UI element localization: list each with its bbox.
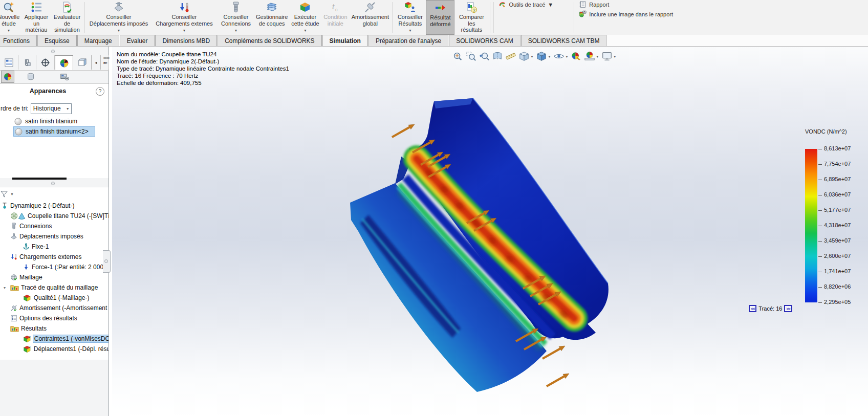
- panel-tab-property-manager[interactable]: [18, 55, 37, 70]
- run-study-button[interactable]: Exécutercette étude▼: [289, 0, 321, 35]
- connections-icon: [10, 222, 17, 230]
- panel-splitter-handle[interactable]: [103, 250, 111, 273]
- shell-manager-button[interactable]: Gestionnairede coques: [254, 0, 289, 35]
- external-loads-advisor-button[interactable]: ConseillerChargements externes▼: [151, 0, 218, 35]
- initial-condition-button[interactable]: t0Conditioninitiale: [321, 0, 350, 35]
- include-image-report-button[interactable]: Inclure une image dans le rapport: [579, 10, 673, 18]
- zoom-fit-button[interactable]: [452, 51, 463, 62]
- measure-button[interactable]: [505, 51, 516, 62]
- tab-marquage[interactable]: Marquage: [77, 35, 119, 46]
- plot-info-line: Nom de l'étude: Dynamique 2(-Défaut-): [117, 58, 289, 65]
- plot-info-line: Tracé: 16 Fréquence : 70 Hertz: [117, 72, 289, 79]
- panel-tabs-scroll-left[interactable]: ◂: [92, 55, 100, 70]
- fixtures-advisor-button[interactable]: ConseillerDéplacements imposés▼: [86, 0, 151, 35]
- button-label: Déplacements imposés: [90, 20, 148, 27]
- part-icon: [10, 212, 26, 220]
- view-orientation-button[interactable]: ▼: [518, 51, 534, 62]
- tab-esquisse[interactable]: Esquisse: [37, 35, 77, 46]
- splitter-dot[interactable]: [51, 50, 55, 53]
- tree-item[interactable]: σContraintes1 (-vonMisesDC-): [0, 334, 108, 344]
- force-icon: [23, 263, 30, 271]
- edit-appearance-button[interactable]: [571, 51, 582, 62]
- graphics-viewport[interactable]: Nom du modèle: Coupelle titane TU24Nom d…: [112, 47, 868, 416]
- apply-scene-button[interactable]: ▼: [584, 51, 599, 62]
- splitter-dot[interactable]: [51, 182, 55, 185]
- deformed-result-icon: [433, 2, 447, 14]
- view-appearances-button[interactable]: [1, 71, 14, 83]
- tab-solidworks-cam-tbm[interactable]: SOLIDWORKS CAM TBM: [521, 35, 607, 46]
- chevron-down-icon: ▼: [565, 55, 569, 58]
- tab-dimensions-mbd[interactable]: Dimensions MBD: [155, 35, 217, 46]
- tree-item[interactable]: ▾Tracé de qualité du maillage: [0, 282, 108, 293]
- tab-compl-ments-de-solidworks[interactable]: Compléments de SOLIDWORKS: [218, 35, 321, 46]
- view-scene-lights-button[interactable]: [58, 71, 71, 82]
- panel-collapse-handle[interactable]: ══▸: [103, 56, 110, 71]
- tab-fonctions[interactable]: Fonctions: [0, 35, 37, 46]
- tree-item[interactable]: Options des résultats: [0, 313, 108, 323]
- zoom-area-button[interactable]: [465, 51, 476, 62]
- view-previous-button[interactable]: [479, 51, 490, 62]
- chevron-down-icon: ▼: [530, 55, 534, 58]
- include-image-label: Inclure une image dans le rapport: [589, 11, 673, 17]
- report-button[interactable]: Rapport: [579, 1, 609, 8]
- panel-tab-model-tab[interactable]: [73, 55, 92, 70]
- appearance-item[interactable]: satin finish titanium: [13, 116, 95, 126]
- button-label: Conseiller: [224, 14, 249, 20]
- plot-next-button[interactable]: >>: [784, 305, 792, 312]
- tree-item[interactable]: Coupelle titane TU24 (-[SW]Ti: [0, 211, 108, 221]
- plot-info-line: Type de tracé: Dynamique linéaire Contra…: [117, 65, 289, 72]
- plot-tools-button[interactable]: Outils de tracé ▼: [498, 1, 553, 8]
- view-settings-button[interactable]: ▼: [601, 51, 617, 62]
- tab-solidworks-cam[interactable]: SOLIDWORKS CAM: [449, 35, 520, 46]
- display-style-button[interactable]: ▼: [536, 51, 551, 62]
- panel-tab-display-manager[interactable]: [55, 55, 74, 70]
- connections-advisor-button[interactable]: ConseillerConnexions▼: [218, 0, 254, 35]
- simulation-evaluator-button[interactable]: Evaluateurdesimulation: [51, 0, 83, 35]
- plot-prev-button[interactable]: <<: [749, 305, 756, 312]
- tree-item[interactable]: Qualité1 (-Maillage-): [0, 293, 108, 303]
- chevron-down-icon: ▼: [66, 107, 70, 111]
- legend-value: 8,613e+07: [824, 145, 851, 151]
- global-damping-icon: [363, 1, 377, 13]
- tree-item[interactable]: Résultats: [0, 323, 108, 334]
- results-advisor-button[interactable]: ConseillerRésultats▼: [394, 0, 426, 35]
- chevron-down-icon: ▼: [548, 55, 551, 58]
- plot-tools-label: Outils de tracé: [509, 2, 545, 8]
- tab-evaluer[interactable]: Evaluer: [120, 35, 155, 46]
- button-label: résultats: [461, 27, 483, 33]
- sort-order-select[interactable]: Historique ▼: [31, 103, 72, 114]
- fea-model-plot: [112, 47, 868, 416]
- new-study-button[interactable]: Nouvelleétude▼: [0, 0, 21, 35]
- tree-item-label: Amortissement (-Amortissement r: [19, 304, 108, 312]
- appearance-item[interactable]: satin finish titanium<2>: [13, 126, 95, 137]
- damping-icon: [10, 304, 17, 312]
- tree-item[interactable]: Amortissement (-Amortissement r: [0, 303, 108, 313]
- tree-item[interactable]: Connexions: [0, 221, 108, 231]
- ribbon-separator: [574, 2, 574, 33]
- tree-item[interactable]: Déplacements imposés: [0, 231, 108, 242]
- tree-filter-row[interactable]: ▼: [0, 187, 108, 201]
- sim-evaluator-icon: [60, 1, 74, 13]
- panel-tab-feature-manager-tree[interactable]: [0, 55, 18, 70]
- compare-results-button[interactable]: ?Comparerlesrésultats: [454, 0, 488, 35]
- plot-step-label: Tracé: 16: [758, 305, 782, 312]
- tree-item[interactable]: Maillage: [0, 272, 108, 282]
- zoom-area-icon: [465, 51, 476, 62]
- tree-item[interactable]: uDéplacements1 (-Dépl. résulta: [0, 344, 108, 354]
- tree-item[interactable]: Fixe-1: [0, 242, 108, 252]
- hide-show-items-button[interactable]: ▼: [553, 51, 569, 62]
- apply-material-button[interactable]: Appliquerunmatériau: [21, 0, 51, 35]
- pane-splitter-bar[interactable]: [12, 178, 67, 180]
- tab-pr-paration-de-l-analyse[interactable]: Préparation de l'analyse: [368, 35, 448, 46]
- deformed-result-button[interactable]: Résultatdéformé: [426, 0, 454, 35]
- tree-item[interactable]: Force-1 (:Par entité: 2 000 N:): [0, 262, 108, 272]
- tree-item[interactable]: Dynamique 2 (-Défaut-): [0, 201, 108, 211]
- button-label: initiale: [328, 20, 343, 27]
- global-damping-button[interactable]: Amortissementglobal: [350, 0, 390, 35]
- help-icon[interactable]: ?: [96, 87, 104, 96]
- view-decals-button[interactable]: [25, 71, 37, 82]
- tree-item[interactable]: Chargements externes: [0, 252, 108, 262]
- tab-simulation[interactable]: Simulation: [322, 35, 368, 46]
- section-view-button[interactable]: [492, 51, 503, 62]
- panel-tab-configuration-manager[interactable]: [36, 55, 55, 70]
